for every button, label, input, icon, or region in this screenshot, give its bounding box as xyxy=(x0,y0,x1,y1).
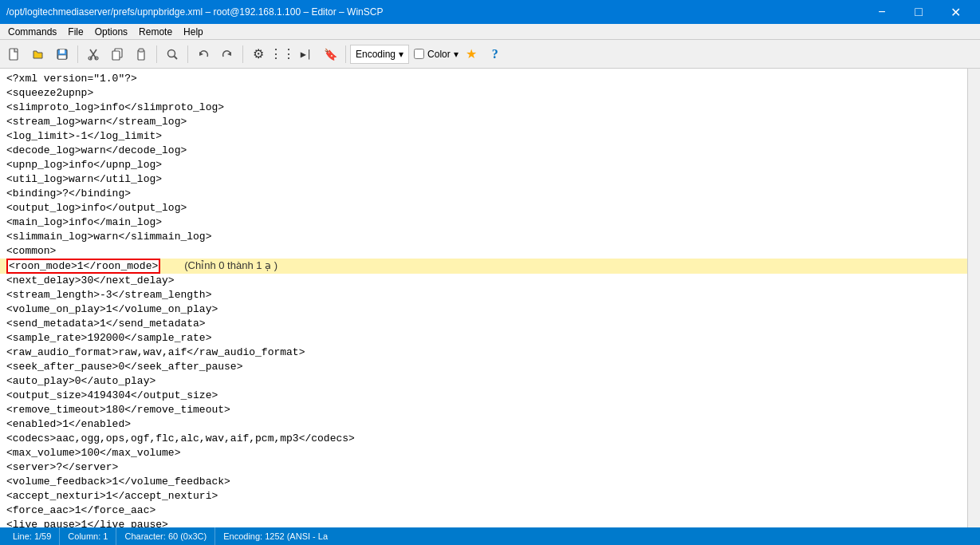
close-button[interactable]: ✕ xyxy=(937,0,974,24)
mark-button[interactable]: ⋮⋮ xyxy=(271,43,293,65)
code-line: <send_metadata>1</send_metadata> xyxy=(0,317,967,331)
line-content: <log_limit>-1</log_limit> xyxy=(6,129,162,144)
code-lines: <?xml version="1.0"?><squeeze2upnp> <sli… xyxy=(0,72,967,527)
code-line: <remove_timeout>180</remove_timeout> xyxy=(0,403,967,417)
line-content: <send_metadata>1</send_metadata> xyxy=(6,317,206,331)
line-content: <main_log>info</main_log> xyxy=(6,215,162,230)
highlight-button[interactable]: ★ xyxy=(460,43,482,65)
line-content: <binding>?</binding> xyxy=(6,187,131,201)
help-button[interactable]: ? xyxy=(484,43,506,65)
line-content: <seek_after_pause>0</seek_after_pause> xyxy=(6,360,242,374)
title-bar-text: /opt/logitechmediaserver/prefs/upnpbridg… xyxy=(6,6,383,18)
svg-line-13 xyxy=(175,56,178,59)
find-icon xyxy=(166,48,179,61)
menu-help[interactable]: Help xyxy=(179,25,208,39)
new-button[interactable] xyxy=(3,43,26,65)
code-line: <enabled>1</enabled> xyxy=(0,417,967,432)
encoding-dropdown[interactable]: Encoding ▾ xyxy=(350,45,409,64)
svg-rect-0 xyxy=(10,49,18,60)
scrollbar-right[interactable] xyxy=(967,69,980,527)
code-line: <output_log>info</output_log> xyxy=(0,201,967,215)
color-checkbox[interactable] xyxy=(414,49,424,59)
line-content: <volume_on_play>1</volume_on_play> xyxy=(6,302,218,317)
highlighted-line-content: <roon_mode>1</roon_mode>(Chỉnh 0 thành 1… xyxy=(6,259,277,274)
status-encoding-text: Encoding: 1252 (ANSI - La xyxy=(223,531,328,541)
line-content: <auto_play>0</auto_play> xyxy=(6,374,155,389)
line-content: <live_pause>1</live_pause> xyxy=(6,518,168,527)
line-content: <accept_nexturi>1</accept_nexturi> xyxy=(6,489,218,504)
status-line-text: Line: 1/59 xyxy=(13,531,51,541)
find-button[interactable] xyxy=(161,43,183,65)
color-checkbox-label[interactable]: Color ▾ xyxy=(414,49,459,60)
editor-content[interactable]: <?xml version="1.0"?><squeeze2upnp> <sli… xyxy=(0,69,967,527)
code-line: <force_aac>1</force_aac> xyxy=(0,504,967,518)
line-content: <slimmain_log>warn</slimmain_log> xyxy=(6,230,211,244)
svg-rect-2 xyxy=(60,49,65,53)
line-content: <raw_audio_format>raw,wav,aif</raw_audio… xyxy=(6,346,305,360)
separator-1 xyxy=(77,45,78,63)
line-content: <enabled>1</enabled> xyxy=(6,417,131,432)
status-column: Column: 1 xyxy=(60,527,116,545)
paste-icon xyxy=(135,48,148,61)
line-content: <output_log>info</output_log> xyxy=(6,201,187,215)
copy-icon xyxy=(111,48,124,61)
status-bar: Line: 1/59 Column: 1 Character: 60 (0x3C… xyxy=(0,527,980,545)
separator-2 xyxy=(156,45,157,63)
separator-5 xyxy=(345,45,346,63)
maximize-button[interactable]: □ xyxy=(900,0,937,24)
cut-icon xyxy=(87,48,100,61)
code-line: <upnp_log>info</upnp_log> xyxy=(0,158,967,172)
code-line: <raw_audio_format>raw,wav,aif</raw_audio… xyxy=(0,346,967,360)
line-content: <server>?</server> xyxy=(6,460,118,475)
code-line: <stream_length>-3</stream_length> xyxy=(0,288,967,302)
bookmark-button[interactable]: 🔖 xyxy=(319,43,341,65)
code-line: <roon_mode>1</roon_mode>(Chỉnh 0 thành 1… xyxy=(0,259,967,274)
code-line: <decode_log>warn</decode_log> xyxy=(0,144,967,158)
separator-3 xyxy=(187,45,188,63)
color-dropdown-arrow: ▾ xyxy=(454,49,459,60)
status-encoding: Encoding: 1252 (ANSI - La xyxy=(215,527,336,545)
save-icon xyxy=(56,48,69,61)
menu-options[interactable]: Options xyxy=(90,25,132,39)
open-icon xyxy=(32,48,45,61)
minimize-button[interactable]: − xyxy=(864,0,900,24)
status-column-text: Column: 1 xyxy=(68,531,108,541)
title-bar: /opt/logitechmediaserver/prefs/upnpbridg… xyxy=(0,0,980,24)
line-content: <output_size>4194304</output_size> xyxy=(6,389,218,403)
code-line: <accept_nexturi>1</accept_nexturi> xyxy=(0,489,967,504)
cut-button[interactable] xyxy=(82,43,104,65)
save-button[interactable] xyxy=(51,43,73,65)
line-content: <codecs>aac,ogg,ops,ogf,flc,alc,wav,aif,… xyxy=(6,432,355,446)
code-line: <output_size>4194304</output_size> xyxy=(0,389,967,403)
code-line: <util_log>warn</util_log> xyxy=(0,172,967,187)
code-line: <auto_play>0</auto_play> xyxy=(0,374,967,389)
open-button[interactable] xyxy=(27,43,49,65)
line-content: <squeeze2upnp> xyxy=(6,86,93,101)
svg-rect-9 xyxy=(112,51,120,60)
color-label: Color xyxy=(427,49,451,60)
undo-icon xyxy=(197,48,210,61)
code-line: <next_delay>30</next_delay> xyxy=(0,274,967,288)
menu-file[interactable]: File xyxy=(63,25,88,39)
code-line: <binding>?</binding> xyxy=(0,187,967,201)
menu-commands[interactable]: Commands xyxy=(3,25,61,39)
separator-4 xyxy=(242,45,243,63)
svg-point-12 xyxy=(168,49,175,57)
code-line: <common> xyxy=(0,244,967,259)
menu-remote[interactable]: Remote xyxy=(134,25,177,39)
line-content: <slimproto_log>info</slimproto_log> xyxy=(6,101,224,115)
redo-icon xyxy=(221,48,234,61)
svg-rect-11 xyxy=(139,49,144,52)
line-content: <upnp_log>info</upnp_log> xyxy=(6,158,162,172)
goto-button[interactable]: ▶| xyxy=(295,43,317,65)
paste-button[interactable] xyxy=(130,43,152,65)
copy-button[interactable] xyxy=(106,43,128,65)
undo-button[interactable] xyxy=(192,43,214,65)
redo-button[interactable] xyxy=(216,43,238,65)
status-character: Character: 60 (0x3C) xyxy=(116,527,215,545)
line-content: <decode_log>warn</decode_log> xyxy=(6,144,187,158)
preferences-button[interactable]: ⚙ xyxy=(247,43,270,65)
highlighted-tag: <roon_mode>1</roon_mode> xyxy=(6,259,160,274)
code-line: <codecs>aac,ogg,ops,ogf,flc,alc,wav,aif,… xyxy=(0,432,967,446)
annotation-text: (Chỉnh 0 thành 1 ạ ) xyxy=(184,259,277,271)
